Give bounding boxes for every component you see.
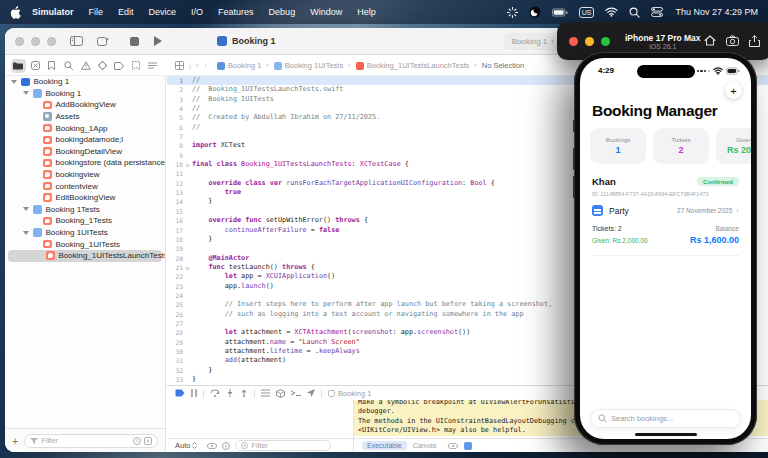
home-indicator[interactable] [635,433,697,437]
project-navigator-icon[interactable] [11,59,26,73]
console-scope-executable[interactable]: Executable [362,441,407,450]
back-button[interactable]: ‹ [196,61,199,70]
variables-filter-input[interactable]: Filter [235,440,331,451]
debug-process-label[interactable]: Booking 1 [328,389,371,398]
spotlight-icon[interactable] [629,7,640,18]
simulate-location-icon[interactable] [307,389,315,397]
file-row-bookingview[interactable]: bookingview [5,169,165,181]
apple-icon[interactable] [10,6,22,19]
stats-row[interactable]: Bookings1Tickets2GivenRs 2000 [590,128,751,164]
menu-item-i-o[interactable]: I/O [191,7,203,17]
jumpbar-crumb[interactable]: Booking 1 [217,61,261,70]
sidebar-toggle-icon[interactable] [70,36,83,46]
source-control-navigator-icon[interactable] [28,59,43,73]
forward-button[interactable]: › [204,61,207,70]
run-button[interactable] [153,36,162,46]
sim-minimize-button[interactable] [585,37,594,46]
disclosure-chevron-icon[interactable] [11,80,17,84]
file-row-booking-1uitestslaunchtests[interactable]: Booking_1UITestsLaunchTests [8,250,162,262]
disclosure-chevron-icon[interactable] [23,91,29,95]
window-project-tab[interactable]: Booking 1 [217,36,276,46]
stat-card-tickets[interactable]: Tickets2 [653,128,709,164]
step-into-icon[interactable] [226,389,234,397]
related-items-icon[interactable] [175,61,184,70]
file-row-addbookingview[interactable]: AddBookingView [5,99,165,111]
menu-item-device[interactable]: Device [149,7,177,17]
stat-card-given[interactable]: GivenRs 2000 [716,128,751,164]
jumpbar-crumb[interactable]: Booking_1UITestsLaunchTests [356,61,470,70]
show-only-variables-icon[interactable] [207,443,217,449]
menu-item-edit[interactable]: Edit [118,7,134,17]
close-button[interactable] [15,37,24,46]
disclosure-chevron-icon[interactable] [23,207,29,211]
file-row-booking-1uitests[interactable]: Booking_1UITests [5,238,165,250]
view-debugger-icon[interactable] [261,389,270,397]
sim-home-icon[interactable] [704,35,716,47]
control-center-icon[interactable] [651,7,663,17]
do-not-disturb-icon[interactable] [529,6,541,18]
search-input[interactable]: Search bookings... [590,409,741,428]
file-row-booking-1uitests[interactable]: Booking 1UITests [5,227,165,239]
console-scope-canvas[interactable]: Canvas [413,442,437,449]
input-source-icon[interactable]: US [579,7,595,18]
stat-card-bookings[interactable]: Bookings1 [590,128,646,164]
file-row-contentview[interactable]: contentview [5,180,165,192]
menu-item-features[interactable]: Features [218,7,254,17]
disclosure-chevron-icon[interactable] [23,231,29,235]
file-row-booking-1[interactable]: Booking 1 [5,76,165,88]
environment-overrides-icon[interactable] [291,389,301,397]
wifi-icon[interactable] [605,7,618,17]
menu-clock[interactable]: Thu Nov 27 4:29 PM [675,7,758,17]
file-row-bookingstore-data-persistance-[interactable]: bookingstore (data persistance) [5,157,165,169]
minimize-button[interactable] [31,37,40,46]
step-over-icon[interactable] [210,389,220,397]
file-row-assets[interactable]: Assets [5,111,165,123]
sim-share-icon[interactable] [749,35,760,47]
breakpoints-toggle-icon[interactable] [175,389,185,397]
pause-icon[interactable] [191,389,197,397]
stage-manager-icon[interactable] [507,7,518,18]
file-row-booking-1tests[interactable]: Booking_1Tests [5,215,165,227]
test-diamond-icon[interactable]: ◇ [183,263,192,272]
memory-graph-icon[interactable] [276,389,285,398]
variables-view-mode[interactable]: Auto [175,441,197,450]
step-out-icon[interactable] [240,389,248,397]
navigator-filter-input[interactable]: Filter [24,434,158,448]
file-row-booking-1app[interactable]: Booking_1App [5,122,165,134]
test-navigator-icon[interactable] [95,59,110,73]
menu-item-help[interactable]: Help [357,7,376,17]
swift-file-icon [43,147,52,156]
variables-info-icon[interactable] [222,442,230,450]
find-navigator-icon[interactable] [61,59,76,73]
scheme-project[interactable]: Booking 1 [512,37,548,46]
add-file-button[interactable]: + [12,435,18,447]
debug-navigator-icon[interactable] [112,59,127,73]
console-layout-icon[interactable] [464,442,472,450]
stop-button[interactable] [130,37,139,46]
console-eye-icon[interactable] [448,443,458,449]
jumpbar-crumb[interactable]: Booking 1UITests [274,61,343,70]
menu-item-file[interactable]: File [89,7,104,17]
booking-card[interactable]: Khan Confirmed ID: 11148854-F737-4A15-86… [580,176,751,256]
file-row-booking-1tests[interactable]: Booking 1Tests [5,204,165,216]
breakpoint-navigator-icon[interactable] [128,59,143,73]
zoom-button[interactable] [47,37,56,46]
new-tab-icon[interactable] [97,36,109,46]
file-row-booking-1[interactable]: Booking 1 [5,88,165,100]
report-navigator-icon[interactable] [145,59,160,73]
menu-item-simulator[interactable]: Simulator [32,7,74,17]
sim-screenshot-icon[interactable] [726,35,739,47]
jumpbar-crumb[interactable]: No Selection [482,61,525,70]
menu-item-debug[interactable]: Debug [269,7,296,17]
bookmarks-navigator-icon[interactable] [45,59,60,73]
add-booking-button[interactable]: + [725,82,742,99]
file-row-bookingdetailview[interactable]: BookingDetailView [5,146,165,158]
file-row-bookingdatamode-l[interactable]: bookingdatamode;l [5,134,165,146]
sim-zoom-button[interactable] [601,37,610,46]
file-row-editbookingview[interactable]: EditBookingView [5,192,165,204]
menu-item-window[interactable]: Window [310,7,342,17]
sim-close-button[interactable] [569,37,578,46]
issue-navigator-icon[interactable] [78,59,93,73]
battery-icon[interactable] [552,8,568,17]
test-diamond-icon[interactable]: ◇ [183,160,192,169]
